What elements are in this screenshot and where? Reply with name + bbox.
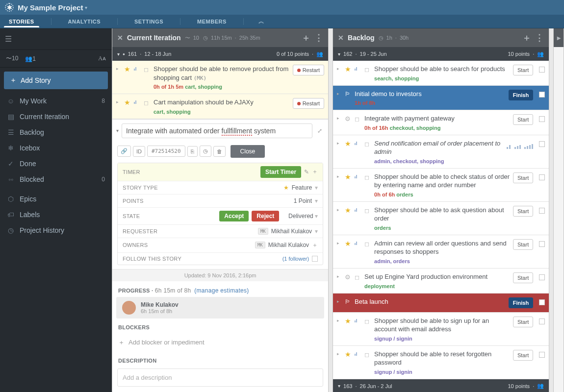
story-row[interactable]: ▸ ⚙◻ Set up Engine Yard production envir…: [333, 269, 549, 294]
story-row[interactable]: ▸ ★ ◻ Cart manipulation should be AJAXy …: [112, 94, 328, 119]
plus-icon[interactable]: ＋: [312, 168, 318, 176]
start-button[interactable]: Start: [513, 172, 533, 183]
story-row[interactable]: ▸ ★◻ Shopper should be able to sign up f…: [333, 313, 549, 346]
edit-icon[interactable]: ✎: [304, 169, 309, 175]
nav-icebox[interactable]: ❄Icebox: [0, 140, 112, 156]
accept-button[interactable]: Accept: [219, 211, 249, 221]
select-checkbox[interactable]: [539, 299, 545, 305]
history-button[interactable]: ◷: [200, 146, 211, 157]
nav-labels[interactable]: 🏷Labels: [0, 207, 112, 222]
start-button[interactable]: Start: [513, 272, 533, 283]
nav-my-work[interactable]: ☺My Work8: [0, 93, 112, 109]
reject-button[interactable]: Reject: [252, 211, 279, 221]
story-row[interactable]: ▸ ★◻ Send notification email of order pl…: [333, 135, 549, 169]
close-panel-icon[interactable]: ✕: [117, 34, 123, 42]
expand-icon[interactable]: ▸: [337, 139, 342, 146]
expand-icon[interactable]: ▸: [116, 98, 121, 104]
requester-select[interactable]: MK Mikhail Kulakov ▾: [258, 228, 318, 235]
story-row[interactable]: ▸ 🏳 Initial demo to investors 1h of 8h F…: [333, 86, 549, 111]
points-select[interactable]: 1 Point ▾: [291, 197, 318, 204]
story-row[interactable]: ▸ ★◻ Shopper should be able to ask quest…: [333, 202, 549, 235]
text-size-icon[interactable]: Aᴀ: [98, 55, 106, 62]
story-title-input[interactable]: Integrate with automated order fullfillm…: [122, 123, 312, 138]
add-story-icon[interactable]: ＋: [302, 32, 310, 44]
expand-icon[interactable]: ▸: [337, 317, 342, 323]
select-checkbox[interactable]: [539, 141, 545, 147]
tab-stories[interactable]: STORIES: [7, 19, 36, 24]
panel-menu-icon[interactable]: ⋮: [314, 32, 323, 43]
comment-icon[interactable]: ◻: [364, 65, 371, 73]
story-row[interactable]: ▸ 🏳 Beta launch Finish: [333, 294, 549, 313]
tab-analytics[interactable]: ANALYTICS: [66, 19, 103, 24]
start-button[interactable]: Start: [513, 239, 533, 250]
add-blocker-button[interactable]: ＋Add blocker or impediment: [112, 333, 328, 352]
finish-button[interactable]: Finish: [509, 297, 533, 308]
description-input[interactable]: Add a description: [117, 368, 323, 387]
expand-icon[interactable]: ▸: [337, 206, 342, 212]
comment-icon[interactable]: ◻: [355, 114, 361, 122]
state-select[interactable]: Delivered ▾: [288, 213, 318, 220]
select-checkbox[interactable]: [539, 174, 545, 180]
link-button[interactable]: 🔗: [117, 146, 131, 157]
collapse-tabs-icon[interactable]: ︽: [258, 17, 264, 25]
comment-icon[interactable]: ◻: [355, 272, 361, 281]
story-row[interactable]: ▸ ★◻ Admin can review all order question…: [333, 235, 549, 269]
comment-icon[interactable]: ◻: [364, 317, 371, 325]
expand-panel-icon[interactable]: ▸: [557, 34, 561, 42]
nav-backlog[interactable]: ☰Backlog: [0, 124, 112, 140]
select-checkbox[interactable]: [539, 352, 545, 358]
copy-button[interactable]: ⎘: [187, 146, 198, 157]
story-row[interactable]: ▸ ⚙◻ Integrate with payment gateway 0h o…: [333, 110, 549, 135]
expand-icon[interactable]: ▸: [337, 272, 342, 279]
expand-full-icon[interactable]: ⤢: [315, 127, 324, 134]
story-type-select[interactable]: ★ Feature ▾: [283, 184, 318, 191]
start-button[interactable]: Start: [513, 206, 533, 217]
restart-button[interactable]: Restart: [293, 98, 324, 109]
select-checkbox[interactable]: [539, 116, 545, 122]
expand-icon[interactable]: ▸: [337, 350, 342, 356]
start-button[interactable]: Start: [513, 350, 533, 361]
nav-blocked[interactable]: ◦◦Blocked0: [0, 172, 112, 187]
expand-icon[interactable]: ▸: [337, 114, 342, 121]
add-story-icon[interactable]: ＋: [522, 32, 531, 44]
manage-estimates-link[interactable]: (manage estimates): [194, 287, 249, 294]
expand-icon[interactable]: ▸: [337, 90, 342, 96]
expand-icon[interactable]: ▸: [337, 297, 342, 304]
start-button[interactable]: Start: [513, 65, 533, 75]
expand-icon[interactable]: ▸: [337, 65, 342, 71]
story-id[interactable]: #72514520: [147, 146, 185, 157]
follow-checkbox[interactable]: [312, 256, 318, 262]
add-owner-icon[interactable]: ＋: [312, 241, 318, 249]
select-checkbox[interactable]: [539, 274, 545, 280]
restart-button[interactable]: Restart: [293, 65, 324, 75]
select-checkbox[interactable]: [539, 208, 545, 214]
finish-button[interactable]: Finish: [509, 90, 533, 100]
tab-settings[interactable]: SETTINGS: [132, 19, 165, 24]
comment-icon[interactable]: ◻: [364, 172, 371, 181]
collapsed-panel[interactable]: ▸: [553, 28, 564, 392]
select-checkbox[interactable]: [539, 92, 545, 98]
comment-icon[interactable]: ◻: [144, 65, 151, 73]
select-checkbox[interactable]: [539, 318, 545, 324]
comment-icon[interactable]: ◻: [364, 139, 371, 147]
nav-current-iteration[interactable]: ▤Current Iteration: [0, 109, 112, 124]
delete-button[interactable]: 🗑: [213, 146, 226, 157]
story-row[interactable]: ▸ ★ ◻ Shopper should be able to remove p…: [112, 61, 328, 94]
iteration-header[interactable]: ▾163 · 26 Jun - 2 Jul10 points · 👥: [333, 379, 549, 392]
panel-menu-icon[interactable]: ⋮: [535, 32, 544, 43]
followers-link[interactable]: (1 follower): [282, 256, 309, 262]
project-title[interactable]: My Sample Project: [18, 3, 83, 12]
iteration-header[interactable]: ▾ ● 161 · 12 - 18 Jun 0 of 10 points · 👥: [112, 47, 328, 61]
expand-icon[interactable]: ▸: [337, 172, 342, 179]
close-button[interactable]: Close: [231, 145, 265, 158]
owners-field[interactable]: MK Mikhail Kulakov ＋: [255, 241, 318, 249]
select-checkbox[interactable]: [539, 241, 545, 247]
story-row[interactable]: ▸ ★◻ Shopper should be able to search fo…: [333, 61, 549, 86]
collapse-icon[interactable]: ▾: [116, 128, 119, 133]
comment-icon[interactable]: ◻: [144, 98, 151, 106]
start-button[interactable]: Start: [513, 317, 533, 327]
expand-icon[interactable]: ▸: [337, 239, 342, 245]
story-row[interactable]: ▸ ★◻ Shopper should be able to reset for…: [333, 346, 549, 379]
story-row[interactable]: ▸ ★◻ Shopper should be able to check sta…: [333, 169, 549, 202]
tab-members[interactable]: MEMBERS: [195, 19, 229, 24]
